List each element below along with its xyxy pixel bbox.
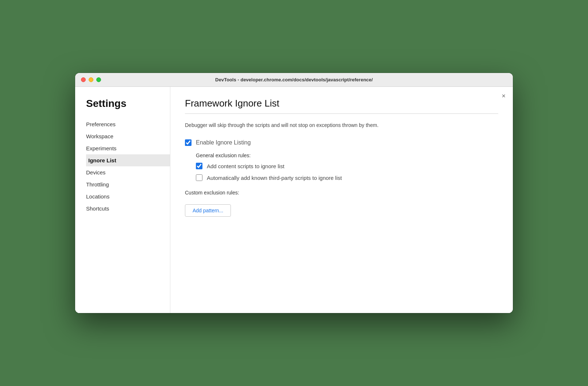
title-bar: DevTools - developer.chrome.com/docs/dev… <box>75 73 513 87</box>
enable-ignore-listing-row: Enable Ignore Listing <box>185 139 498 146</box>
auto-add-third-party-checkbox[interactable] <box>196 174 202 181</box>
add-content-scripts-checkbox[interactable] <box>196 163 202 169</box>
add-pattern-button[interactable]: Add pattern... <box>185 204 231 217</box>
sidebar-item-locations[interactable]: Locations <box>86 190 170 202</box>
sidebar-nav: Preferences Workspace Experiments Ignore… <box>86 118 170 215</box>
enable-ignore-listing-checkbox[interactable] <box>185 139 192 146</box>
sidebar: Settings Preferences Workspace Experimen… <box>75 87 170 313</box>
traffic-lights <box>81 77 101 82</box>
enable-ignore-listing-section: Enable Ignore Listing General exclusion … <box>185 139 498 217</box>
browser-title: DevTools - developer.chrome.com/docs/dev… <box>215 77 373 82</box>
content-title: Framework Ignore List <box>185 98 498 109</box>
custom-exclusion-section: Custom exclusion rules: Add pattern... <box>185 190 498 217</box>
minimize-button[interactable] <box>89 77 93 82</box>
sidebar-item-devices[interactable]: Devices <box>86 166 170 178</box>
settings-modal: × Settings Preferences Workspace Experim… <box>75 87 513 313</box>
sidebar-item-shortcuts[interactable]: Shortcuts <box>86 202 170 215</box>
general-exclusion-group: General exclusion rules: Add content scr… <box>196 153 498 181</box>
sidebar-item-throttling[interactable]: Throttling <box>86 178 170 190</box>
modal-close-button[interactable]: × <box>502 93 506 99</box>
add-content-scripts-row: Add content scripts to ignore list <box>196 163 498 169</box>
sidebar-title: Settings <box>86 98 170 109</box>
content-divider <box>185 113 498 114</box>
content-panel: Framework Ignore List Debugger will skip… <box>170 87 513 313</box>
enable-ignore-listing-label[interactable]: Enable Ignore Listing <box>196 139 251 146</box>
auto-add-third-party-label[interactable]: Automatically add known third-party scri… <box>207 175 342 181</box>
auto-add-third-party-row: Automatically add known third-party scri… <box>196 174 498 181</box>
custom-exclusion-label: Custom exclusion rules: <box>185 190 498 196</box>
close-button[interactable] <box>81 77 86 82</box>
maximize-button[interactable] <box>96 77 101 82</box>
sidebar-item-ignore-list[interactable]: Ignore List <box>86 154 170 166</box>
modal-body: Settings Preferences Workspace Experimen… <box>75 87 513 313</box>
browser-window: DevTools - developer.chrome.com/docs/dev… <box>75 73 513 313</box>
general-exclusion-label: General exclusion rules: <box>196 153 498 158</box>
sidebar-item-workspace[interactable]: Workspace <box>86 130 170 142</box>
content-description: Debugger will skip through the scripts a… <box>185 121 469 129</box>
sidebar-item-experiments[interactable]: Experiments <box>86 142 170 154</box>
sidebar-item-preferences[interactable]: Preferences <box>86 118 170 130</box>
add-content-scripts-label[interactable]: Add content scripts to ignore list <box>207 163 285 169</box>
